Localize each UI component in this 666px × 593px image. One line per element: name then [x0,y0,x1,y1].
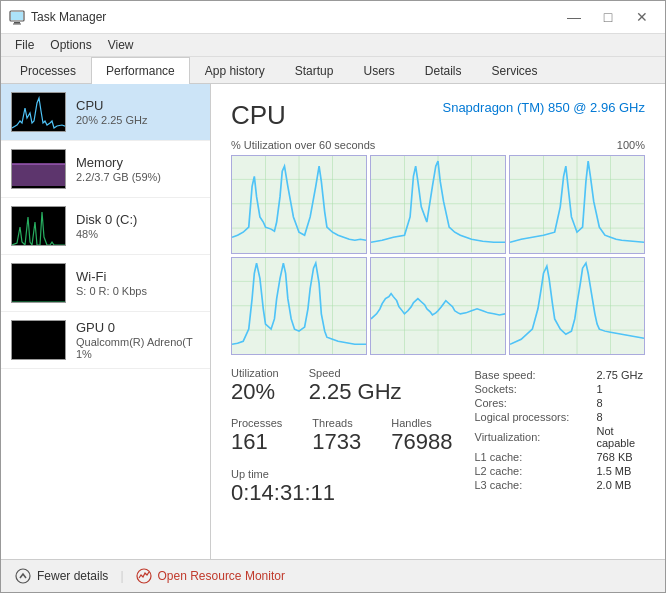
minimize-button[interactable]: — [559,7,589,27]
right-stats-table: Base speed: 2.75 GHz Sockets: 1 Cores: 8 [473,367,646,493]
gpu-info: GPU 0 Qualcomm(R) Adreno(T 1% [76,320,200,360]
detail-subtitle: Snapdragon (TM) 850 @ 2.96 GHz [442,100,645,115]
utilization-speed-row: Utilization 20% Speed 2.25 GHz [231,367,453,405]
right-stats: Base speed: 2.75 GHz Sockets: 1 Cores: 8 [473,367,646,512]
svg-rect-11 [12,321,66,360]
svg-rect-6 [12,164,66,186]
l1-row: L1 cache: 768 KB [475,451,644,463]
tab-details[interactable]: Details [410,57,477,84]
svg-rect-9 [12,264,66,303]
wifi-info: Wi-Fi S: 0 R: 0 Kbps [76,269,200,297]
chart-cell-3 [509,155,645,254]
open-resource-monitor-button[interactable]: Open Resource Monitor [136,568,285,584]
svg-rect-8 [12,207,66,246]
fewer-details-button[interactable]: Fewer details [15,568,108,584]
virtualization-value: Not capable [597,425,644,449]
charts-grid [231,155,645,355]
title-controls: — □ ✕ [559,7,657,27]
title-bar: Task Manager — □ ✕ [1,1,665,34]
tab-app-history[interactable]: App history [190,57,280,84]
maximize-button[interactable]: □ [593,7,623,27]
processes-label: Processes [231,417,282,429]
utilization-group: Utilization 20% [231,367,279,405]
disk-name: Disk 0 (C:) [76,212,200,227]
cpu-name: CPU [76,98,200,113]
l3-label: L3 cache: [475,479,595,491]
speed-label: Speed [309,367,402,379]
logical-row: Logical processors: 8 [475,411,644,423]
l1-value: 768 KB [597,451,644,463]
menu-view[interactable]: View [100,36,142,54]
gpu-thumbnail [11,320,66,360]
utilization-value: 20% [231,379,279,405]
base-speed-row: Base speed: 2.75 GHz [475,369,644,381]
processes-value: 161 [231,429,282,455]
handles-label: Handles [391,417,452,429]
detail-title: CPU [231,100,286,131]
open-resource-monitor-label: Open Resource Monitor [158,569,285,583]
footer-divider: | [120,569,123,583]
l2-value: 1.5 MB [597,465,644,477]
chart-cell-6 [509,257,645,356]
virtualization-label: Virtualization: [475,425,595,449]
tab-services[interactable]: Services [477,57,553,84]
footer: Fewer details | Open Resource Monitor [1,559,665,592]
l2-row: L2 cache: 1.5 MB [475,465,644,477]
sidebar-item-cpu[interactable]: CPU 20% 2.25 GHz [1,84,210,141]
menu-bar: File Options View [1,34,665,57]
gpu-name: GPU 0 [76,320,200,335]
uptime-section: Up time 0:14:31:11 [231,468,453,506]
menu-file[interactable]: File [7,36,42,54]
l1-label: L1 cache: [475,451,595,463]
processes-threads-handles-row: Processes 161 Threads 1733 Handles 76988 [231,417,453,455]
task-manager-window: Task Manager — □ ✕ File Options View Pro… [0,0,666,593]
sockets-row: Sockets: 1 [475,383,644,395]
base-speed-value: 2.75 GHz [597,369,644,381]
fewer-details-label: Fewer details [37,569,108,583]
resource-monitor-icon [136,568,152,584]
memory-info: Memory 2.2/3.7 GB (59%) [76,155,200,183]
logical-value: 8 [597,411,644,423]
sidebar-item-disk[interactable]: Disk 0 (C:) 48% [1,198,210,255]
sockets-label: Sockets: [475,383,595,395]
menu-options[interactable]: Options [42,36,99,54]
sidebar-item-wifi[interactable]: Wi-Fi S: 0 R: 0 Kbps [1,255,210,312]
chart-cell-1 [231,155,367,254]
left-stats: Utilization 20% Speed 2.25 GHz Processes… [231,367,453,512]
chart-cell-4 [231,257,367,356]
cpu-thumbnail [11,92,66,132]
sidebar-item-gpu[interactable]: GPU 0 Qualcomm(R) Adreno(T 1% [1,312,210,369]
main-content: CPU 20% 2.25 GHz Memory 2.2/3.7 GB (59%) [1,84,665,559]
threads-label: Threads [312,417,361,429]
cores-label: Cores: [475,397,595,409]
sidebar-item-memory[interactable]: Memory 2.2/3.7 GB (59%) [1,141,210,198]
svg-rect-3 [11,12,23,20]
chevron-up-icon [15,568,31,584]
detail-panel: CPU Snapdragon (TM) 850 @ 2.96 GHz % Uti… [211,84,665,559]
stats-section: Utilization 20% Speed 2.25 GHz Processes… [231,367,645,512]
chart-cell-2 [370,155,506,254]
threads-group: Threads 1733 [312,417,361,455]
memory-value: 2.2/3.7 GB (59%) [76,171,200,183]
disk-thumbnail [11,206,66,246]
memory-name: Memory [76,155,200,170]
window-title: Task Manager [31,10,106,24]
cores-row: Cores: 8 [475,397,644,409]
app-icon [9,9,25,25]
tab-processes[interactable]: Processes [5,57,91,84]
close-button[interactable]: ✕ [627,7,657,27]
uptime-value: 0:14:31:11 [231,480,453,506]
l3-value: 2.0 MB [597,479,644,491]
sidebar: CPU 20% 2.25 GHz Memory 2.2/3.7 GB (59%) [1,84,211,559]
chart-cell-5 [370,257,506,356]
base-speed-label: Base speed: [475,369,595,381]
tab-startup[interactable]: Startup [280,57,349,84]
speed-group: Speed 2.25 GHz [309,367,402,405]
cpu-value: 20% 2.25 GHz [76,114,200,126]
tab-performance[interactable]: Performance [91,57,190,84]
tab-users[interactable]: Users [348,57,409,84]
gpu-value: Qualcomm(R) Adreno(T 1% [76,336,200,360]
disk-info: Disk 0 (C:) 48% [76,212,200,240]
sockets-value: 1 [597,383,644,395]
wifi-name: Wi-Fi [76,269,200,284]
